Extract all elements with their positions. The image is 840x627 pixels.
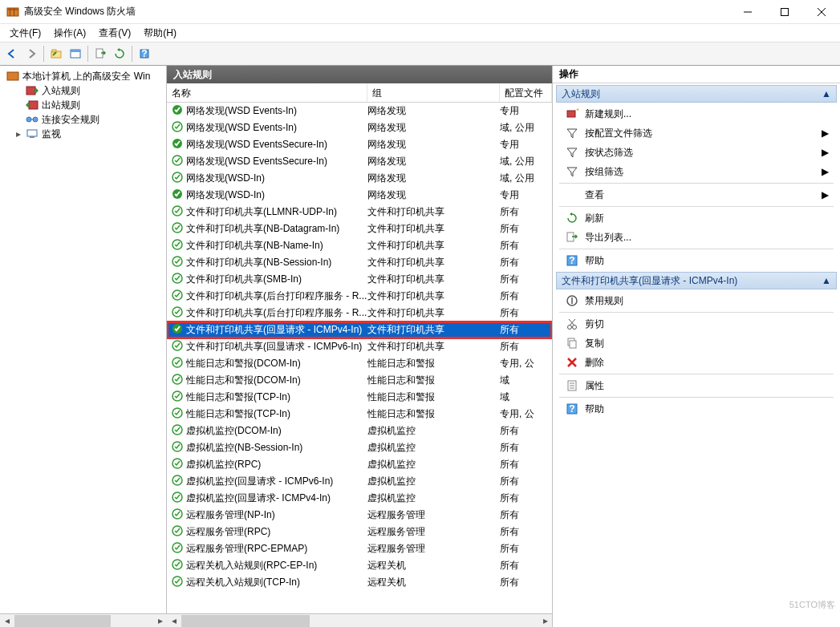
rule-row[interactable]: 网络发现(WSD Events-In)网络发现域, 公用 — [167, 119, 552, 136]
col-group[interactable]: 组 — [367, 83, 500, 102]
rule-row[interactable]: 文件和打印机共享(NB-Datagram-In)文件和打印机共享所有 — [167, 220, 552, 237]
rule-profile: 所有 — [500, 576, 552, 589]
rule-row[interactable]: 远程服务管理(NP-In)远程服务管理所有 — [167, 507, 552, 524]
rule-row[interactable]: 性能日志和警报(DCOM-In)性能日志和警报专用, 公 — [167, 355, 552, 372]
tree-outbound[interactable]: 出站规则 — [3, 98, 163, 112]
toolbar-folder-button[interactable] — [47, 45, 65, 63]
rule-row[interactable]: 网络发现(WSD Events-In)网络发现专用 — [167, 103, 552, 119]
toolbar-refresh-button[interactable] — [111, 45, 128, 63]
rule-row[interactable]: 远程服务管理(RPC)远程服务管理所有 — [167, 524, 552, 540]
action-properties[interactable]: 属性 — [556, 376, 837, 395]
rule-name: 性能日志和警报(DCOM-In) — [186, 357, 301, 370]
rule-row[interactable]: 远程关机入站规则(RPC-EP-In)远程关机所有 — [167, 557, 552, 574]
tree-scrollbar[interactable]: ◂▸ — [0, 613, 167, 627]
rule-row[interactable]: 文件和打印机共享(NB-Name-In)文件和打印机共享所有 — [167, 237, 552, 254]
tree-inbound-label: 入站规则 — [42, 84, 80, 98]
action-group-rule-label: 文件和打印机共享(回显请求 - ICMPv4-In) — [562, 274, 737, 288]
rule-row[interactable]: 虚拟机监控(RPC)虚拟机监控所有 — [167, 456, 552, 473]
rule-name: 虚拟机监控(DCOM-In) — [186, 424, 282, 438]
col-profile[interactable]: 配置文件 — [500, 83, 552, 102]
rule-row[interactable]: 文件和打印机共享(LLMNR-UDP-In)文件和打印机共享所有 — [167, 204, 552, 220]
disabled-icon — [172, 576, 183, 589]
rule-row[interactable]: 性能日志和警报(DCOM-In)性能日志和警报域 — [167, 372, 552, 389]
forward-button[interactable] — [22, 45, 40, 63]
horizontal-scrollbar[interactable]: ◂▸ — [167, 613, 552, 627]
action-view[interactable]: 查看 ▶ — [556, 185, 837, 204]
rule-row[interactable]: 网络发现(WSD-In)网络发现专用 — [167, 187, 552, 204]
rule-row[interactable]: 网络发现(WSD-In)网络发现域, 公用 — [167, 170, 552, 187]
tree-root[interactable]: 本地计算机 上的高级安全 Win — [3, 69, 163, 83]
rule-profile: 域, 公用 — [500, 172, 552, 185]
action-export[interactable]: 导出列表... — [556, 228, 837, 247]
action-help[interactable]: ? 帮助 — [556, 251, 837, 270]
action-copy[interactable]: 复制 — [556, 334, 837, 353]
rule-name: 网络发现(WSD EventsSecure-In) — [186, 138, 327, 152]
menu-action[interactable]: 操作(A) — [47, 25, 92, 42]
rule-row[interactable]: 网络发现(WSD EventsSecure-In)网络发现专用 — [167, 136, 552, 153]
grid-body[interactable]: 网络发现(WSD Events-In)网络发现专用网络发现(WSD Events… — [167, 103, 552, 613]
rule-name: 远程服务管理(NP-In) — [186, 508, 275, 522]
disabled-icon — [172, 424, 183, 438]
disabled-icon — [172, 340, 183, 354]
toolbar-panel-button[interactable] — [67, 45, 84, 63]
action-disable-label: 禁用规则 — [585, 294, 623, 308]
action-cut[interactable]: 剪切 — [556, 314, 837, 334]
rule-row[interactable]: 虚拟机监控(DCOM-In)虚拟机监控所有 — [167, 423, 552, 439]
action-new-rule[interactable]: ✦ 新建规则... — [556, 104, 837, 123]
rule-row[interactable]: 远程关机入站规则(TCP-In)远程关机所有 — [167, 574, 552, 591]
toolbar-export-button[interactable] — [91, 45, 109, 63]
col-name[interactable]: 名称 — [167, 83, 367, 102]
rule-name: 网络发现(WSD EventsSecure-In) — [186, 155, 327, 168]
action-refresh[interactable]: 刷新 — [556, 208, 837, 228]
menu-file[interactable]: 文件(F) — [3, 25, 47, 42]
rule-profile: 域 — [500, 390, 552, 404]
disabled-icon — [172, 273, 183, 286]
rule-row[interactable]: 虚拟机监控(回显请求 - ICMPv6-In)虚拟机监控所有 — [167, 473, 552, 490]
rule-row[interactable]: 虚拟机监控(回显请求- ICMPv4-In)虚拟机监控所有 — [167, 490, 552, 507]
rule-group: 虚拟机监控 — [367, 491, 500, 505]
close-button[interactable] — [803, 0, 840, 24]
maximize-button[interactable] — [766, 0, 803, 24]
rule-row[interactable]: 文件和打印机共享(NB-Session-In)文件和打印机共享所有 — [167, 254, 552, 271]
rule-group: 性能日志和警报 — [367, 390, 500, 404]
back-button[interactable] — [3, 45, 21, 63]
rule-row[interactable]: 文件和打印机共享(回显请求 - ICMPv6-In)文件和打印机共享所有 — [167, 338, 552, 355]
toolbar-help-button[interactable]: ? — [136, 45, 153, 63]
rule-group: 虚拟机监控 — [367, 475, 500, 488]
rule-row[interactable]: 网络发现(WSD EventsSecure-In)网络发现域, 公用 — [167, 153, 552, 170]
rule-row[interactable]: 文件和打印机共享(SMB-In)文件和打印机共享所有 — [167, 271, 552, 288]
rule-profile: 所有 — [500, 323, 552, 337]
action-group-inbound[interactable]: 入站规则 ▲ — [556, 85, 837, 103]
rule-row[interactable]: 远程服务管理(RPC-EPMAP)远程服务管理所有 — [167, 540, 552, 557]
rule-row[interactable]: 性能日志和警报(TCP-In)性能日志和警报专用, 公 — [167, 406, 552, 423]
watermark: 51CTO博客 — [789, 599, 835, 611]
rule-row[interactable]: 文件和打印机共享(后台打印程序服务 - R...文件和打印机共享所有 — [167, 288, 552, 305]
rule-row[interactable]: 虚拟机监控(NB-Session-In)虚拟机监控所有 — [167, 439, 552, 456]
expander-icon[interactable]: ▸ — [14, 128, 22, 140]
rule-row[interactable]: 文件和打印机共享(后台打印程序服务 - R...文件和打印机共享所有 — [167, 305, 552, 322]
tree-monitor[interactable]: ▸ 监视 — [3, 127, 163, 141]
rule-name: 虚拟机监控(回显请求- ICMPv4-In) — [186, 491, 331, 505]
rule-profile: 所有 — [500, 424, 552, 438]
rule-group: 文件和打印机共享 — [367, 306, 500, 320]
menu-help[interactable]: 帮助(H) — [137, 25, 183, 42]
action-delete[interactable]: 删除 — [556, 353, 837, 372]
rule-row[interactable]: 性能日志和警报(TCP-In)性能日志和警报域 — [167, 389, 552, 406]
tree-inbound[interactable]: 入站规则 — [3, 83, 163, 98]
action-filter-profile[interactable]: 按配置文件筛选 ▶ — [556, 123, 837, 143]
tree-connection[interactable]: 连接安全规则 — [3, 112, 163, 127]
action-filter-group[interactable]: 按组筛选 ▶ — [556, 162, 837, 181]
action-help2[interactable]: ? 帮助 — [556, 399, 837, 419]
minimize-button[interactable] — [729, 0, 766, 24]
action-refresh-label: 刷新 — [585, 212, 604, 225]
action-filter-state[interactable]: 按状态筛选 ▶ — [556, 143, 837, 162]
action-disable[interactable]: 禁用规则 — [556, 291, 837, 310]
action-group-rule[interactable]: 文件和打印机共享(回显请求 - ICMPv4-In) ▲ — [556, 272, 837, 289]
action-view-label: 查看 — [585, 188, 604, 202]
rule-profile: 域, 公用 — [500, 155, 552, 168]
menu-view[interactable]: 查看(V) — [92, 25, 137, 42]
monitor-icon — [26, 127, 39, 140]
rule-row[interactable]: 文件和打印机共享(回显请求 - ICMPv4-In)文件和打印机共享所有 — [167, 322, 552, 338]
rule-profile: 所有 — [500, 491, 552, 505]
rule-group: 远程关机 — [367, 559, 500, 572]
